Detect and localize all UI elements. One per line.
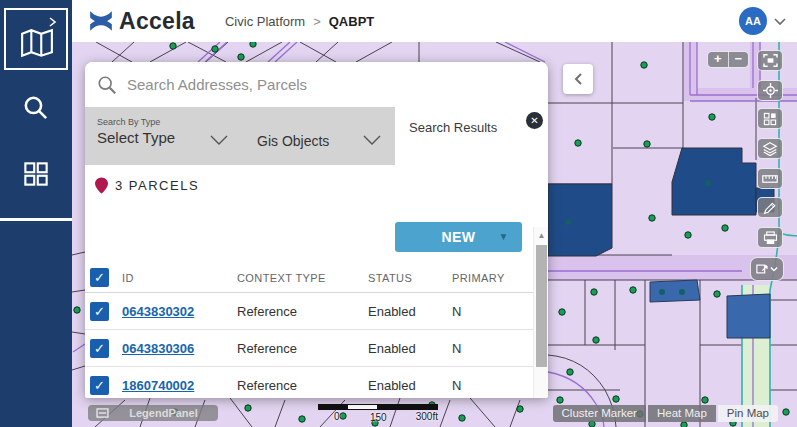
layers-button[interactable]: [757, 138, 783, 159]
breadcrumb-section[interactable]: Civic Platform: [225, 14, 305, 29]
print-icon: [763, 231, 778, 245]
user-menu[interactable]: AA: [739, 7, 787, 35]
search-bar: [85, 62, 548, 107]
gis-objects-dropdown[interactable]: Gis Objects: [257, 133, 329, 149]
breadcrumb: Civic Platform > QABPT: [225, 14, 374, 29]
table-row: ✓ 1860740002 Reference Enabled N: [85, 367, 533, 398]
app-window: Accela Civic Platform > QABPT AA: [0, 0, 797, 427]
zoom-control: + −: [707, 51, 749, 68]
column-header-id: ID: [121, 272, 236, 284]
zoom-in-button[interactable]: +: [708, 52, 729, 67]
search-panel: Search By Type Select Type Gis Objects S…: [85, 62, 548, 398]
status-cell: Enabled: [367, 304, 451, 319]
measure-icon: [762, 174, 778, 184]
scale-bar: 0 150 300ft: [318, 404, 438, 426]
primary-cell: N: [451, 304, 533, 319]
chevron-down-icon[interactable]: [773, 17, 787, 26]
results-table: ✓ ID CONTEXT TYPE STATUS PRIMARY ✓ 06438…: [85, 263, 533, 398]
top-header: Accela Civic Platform > QABPT AA: [72, 0, 797, 42]
parcel-id-link[interactable]: 0643830302: [121, 304, 236, 319]
gis-objects-value: Gis Objects: [257, 133, 329, 149]
scale-label-middle: 150: [370, 412, 387, 423]
mode-cluster-marker-button[interactable]: Cluster Marker: [553, 405, 646, 422]
scroll-up-arrow[interactable]: ▲: [534, 229, 548, 243]
row-checkbox[interactable]: ✓: [90, 302, 109, 321]
sidebar-item-map[interactable]: [4, 8, 68, 70]
zoom-out-button[interactable]: −: [729, 52, 749, 67]
sidebar-item-search[interactable]: [0, 90, 72, 126]
chevron-right-icon: [48, 17, 57, 27]
map-icon: [20, 28, 54, 58]
full-extent-button[interactable]: [757, 50, 783, 71]
minimize-icon: [96, 408, 109, 418]
search-icon: [97, 75, 117, 95]
basemap-icon: [763, 112, 777, 126]
select-tool-button[interactable]: [750, 257, 784, 281]
search-by-type-dropdown[interactable]: Search By Type Select Type: [97, 117, 175, 146]
accela-logo-icon: [88, 8, 114, 34]
context-type-cell: Reference: [236, 341, 367, 356]
scale-label-start: 0: [334, 411, 340, 422]
row-checkbox[interactable]: ✓: [90, 339, 109, 358]
draw-button[interactable]: [757, 197, 783, 218]
pin-icon: [95, 177, 108, 194]
full-extent-icon: [763, 54, 778, 67]
scrollbar-thumb[interactable]: [536, 245, 547, 367]
parcel-id-link[interactable]: 1860740002: [121, 378, 236, 393]
chevron-left-icon: [573, 72, 584, 86]
new-button-label: NEW: [441, 229, 475, 245]
mode-heat-map-button[interactable]: Heat Map: [648, 405, 716, 422]
result-count-row: 3 PARCELS: [95, 177, 199, 194]
scale-label-end: 300ft: [416, 411, 438, 422]
search-by-type-label: Search By Type: [97, 117, 175, 127]
search-by-type-value: Select Type: [97, 129, 175, 146]
measure-button[interactable]: [757, 168, 783, 189]
sidebar-item-apps[interactable]: [0, 156, 72, 192]
select-all-checkbox[interactable]: ✓: [90, 268, 109, 287]
status-cell: Enabled: [367, 378, 451, 393]
pencil-icon: [763, 201, 777, 215]
brand-name: Accela: [119, 8, 195, 35]
row-checkbox[interactable]: ✓: [90, 376, 109, 395]
result-count-label: 3 PARCELS: [115, 178, 199, 193]
filter-bar: Search By Type Select Type Gis Objects S…: [85, 107, 548, 165]
breadcrumb-separator: >: [313, 14, 321, 29]
chevron-down-icon[interactable]: [209, 134, 229, 146]
collapse-panel-button[interactable]: [563, 64, 593, 94]
brand-logo: Accela: [88, 8, 195, 35]
avatar[interactable]: AA: [739, 7, 767, 35]
search-input[interactable]: [127, 76, 457, 93]
parcel-id-link[interactable]: 0643830306: [121, 341, 236, 356]
new-button-caret-icon[interactable]: ▼: [499, 231, 509, 242]
context-type-cell: Reference: [236, 378, 367, 393]
print-button[interactable]: [757, 227, 783, 248]
search-results-tab-label: Search Results: [409, 120, 497, 135]
context-type-cell: Reference: [236, 304, 367, 319]
table-header-row: ✓ ID CONTEXT TYPE STATUS PRIMARY: [85, 263, 533, 293]
breadcrumb-page: QABPT: [329, 14, 375, 29]
mode-pin-map-button[interactable]: Pin Map: [718, 405, 778, 422]
column-header-context-type: CONTEXT TYPE: [236, 272, 367, 284]
left-sidebar: [0, 0, 72, 427]
new-button[interactable]: NEW ▼: [395, 222, 522, 252]
close-icon[interactable]: ✕: [526, 112, 543, 129]
locate-icon: [763, 83, 778, 98]
column-header-status: STATUS: [367, 272, 451, 284]
results-content: 3 PARCELS NEW ▼ ✓ ID CONTEXT TYPE STATUS…: [85, 165, 548, 398]
locate-button[interactable]: [757, 80, 783, 101]
legend-panel-button[interactable]: LegendPanel: [88, 405, 218, 421]
column-header-primary: PRIMARY: [451, 272, 533, 284]
tab-search-results[interactable]: Search Results ✕: [395, 107, 548, 165]
legend-panel-label: LegendPanel: [109, 407, 218, 419]
table-row: ✓ 0643830302 Reference Enabled N: [85, 293, 533, 330]
layers-icon: [762, 142, 778, 156]
chevron-down-icon[interactable]: [362, 134, 382, 146]
primary-cell: N: [451, 378, 533, 393]
status-cell: Enabled: [367, 341, 451, 356]
select-tool-icon: [755, 262, 779, 276]
primary-cell: N: [451, 341, 533, 356]
filter-dropdowns: Search By Type Select Type Gis Objects: [85, 107, 395, 165]
basemap-button[interactable]: [757, 108, 783, 129]
panel-scrollbar[interactable]: ▲ ▼: [533, 227, 548, 398]
map-mode-switcher: Cluster Marker Heat Map Pin Map: [553, 405, 778, 422]
